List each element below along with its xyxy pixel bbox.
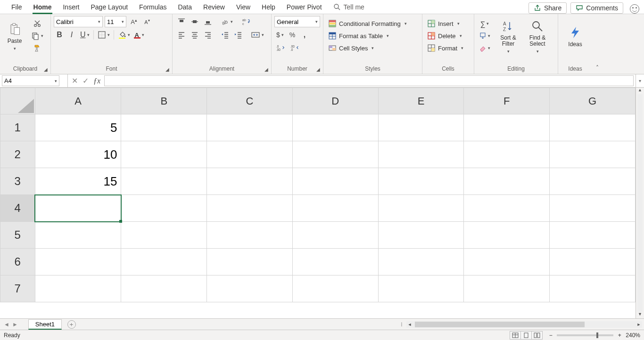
normal-view-button[interactable] xyxy=(510,331,521,340)
cell-E1[interactable] xyxy=(378,114,464,141)
tab-view[interactable]: View xyxy=(231,0,256,14)
align-left-button[interactable] xyxy=(175,29,188,40)
tab-page-layout[interactable]: Page Layout xyxy=(85,0,133,14)
cell-E7[interactable] xyxy=(378,275,464,302)
zoom-out-button[interactable]: − xyxy=(547,332,554,339)
insert-cells-button[interactable]: Insert▾ xyxy=(425,18,462,29)
cell-C3[interactable] xyxy=(207,168,293,195)
scroll-left-arrow-icon[interactable]: ◄ xyxy=(406,322,413,327)
new-sheet-button[interactable]: ＋ xyxy=(67,320,76,329)
merge-center-button[interactable]: ▾ xyxy=(249,29,266,40)
sheet-table[interactable]: A B C D E F G 15 210 315 4 5 6 7 xyxy=(0,88,636,302)
horizontal-scrollbar[interactable]: ◄ ► xyxy=(406,321,642,328)
cell-D1[interactable] xyxy=(292,114,378,141)
conditional-formatting-button[interactable]: Conditional Formatting▾ xyxy=(326,18,409,29)
cell-D6[interactable] xyxy=(292,249,378,275)
cell-B2[interactable] xyxy=(121,141,207,168)
cell-E5[interactable] xyxy=(378,222,464,249)
tell-me[interactable]: Tell me xyxy=(328,0,370,14)
sort-filter-button[interactable]: AZ Sort & Filter▾ xyxy=(495,16,521,57)
cell-F6[interactable] xyxy=(464,249,550,275)
italic-button[interactable]: I xyxy=(66,29,77,40)
cell-F2[interactable] xyxy=(464,141,550,168)
cell-A6[interactable] xyxy=(35,249,121,275)
cell-F7[interactable] xyxy=(464,275,550,302)
sheet-tab-sheet1[interactable]: Sheet1 xyxy=(28,319,62,330)
zoom-value[interactable]: 240% xyxy=(626,332,640,339)
col-header-C[interactable]: C xyxy=(207,88,293,114)
dialog-launcher-icon[interactable]: ◢ xyxy=(264,67,268,72)
cell-A7[interactable] xyxy=(35,275,121,302)
next-sheet-button[interactable]: ► xyxy=(12,321,18,328)
font-name-select[interactable]: Calibri▾ xyxy=(54,16,103,27)
cell-B5[interactable] xyxy=(121,222,207,249)
cell-F1[interactable] xyxy=(464,114,550,141)
paste-button[interactable]: Paste ▾ xyxy=(3,16,26,57)
copy-button[interactable]: ▾ xyxy=(29,30,45,41)
cell-G7[interactable] xyxy=(550,275,636,302)
col-header-E[interactable]: E xyxy=(378,88,464,114)
find-select-button[interactable]: Find & Select▾ xyxy=(524,16,551,57)
cell-F4[interactable] xyxy=(464,195,550,222)
percent-format-button[interactable]: % xyxy=(287,29,298,40)
cell-A2[interactable]: 10 xyxy=(35,141,121,168)
scroll-track[interactable] xyxy=(637,94,643,312)
page-break-view-button[interactable] xyxy=(531,331,543,340)
row-header-3[interactable]: 3 xyxy=(0,168,35,195)
increase-indent-button[interactable] xyxy=(232,29,244,40)
cell-C5[interactable] xyxy=(207,222,293,249)
decrease-font-button[interactable]: A▾ xyxy=(141,16,153,27)
prev-sheet-button[interactable]: ◄ xyxy=(4,321,9,328)
increase-decimal-button[interactable]: .0.00 xyxy=(274,42,288,54)
bold-button[interactable]: B xyxy=(54,29,65,40)
row-header-4[interactable]: 4 xyxy=(0,195,35,222)
cell-G5[interactable] xyxy=(550,222,636,249)
cell-G4[interactable] xyxy=(550,195,636,222)
fill-button[interactable]: ▾ xyxy=(477,30,492,41)
tab-file[interactable]: File xyxy=(6,0,28,14)
cell-A1[interactable]: 5 xyxy=(35,114,121,141)
col-header-A[interactable]: A xyxy=(35,88,121,114)
tab-help[interactable]: Help xyxy=(256,0,281,14)
tab-data[interactable]: Data xyxy=(172,0,198,14)
cell-F3[interactable] xyxy=(464,168,550,195)
formula-input[interactable] xyxy=(104,75,634,86)
cell-D4[interactable] xyxy=(292,195,378,222)
cell-B4[interactable] xyxy=(121,195,207,222)
page-layout-view-button[interactable] xyxy=(520,331,532,340)
align-right-button[interactable] xyxy=(202,29,214,40)
tab-review[interactable]: Review xyxy=(198,0,231,14)
cell-G3[interactable] xyxy=(550,168,636,195)
scroll-right-arrow-icon[interactable]: ► xyxy=(636,322,642,327)
align-middle-button[interactable] xyxy=(189,16,201,27)
cell-C2[interactable] xyxy=(207,141,293,168)
row-header-2[interactable]: 2 xyxy=(0,141,35,168)
cell-G2[interactable] xyxy=(550,141,636,168)
scroll-down-arrow-icon[interactable]: ▼ xyxy=(636,312,644,318)
cell-D7[interactable] xyxy=(292,275,378,302)
select-all-corner[interactable] xyxy=(0,88,35,114)
col-header-F[interactable]: F xyxy=(464,88,550,114)
format-cells-button[interactable]: Format▾ xyxy=(425,42,465,54)
cell-E4[interactable] xyxy=(378,195,464,222)
zoom-slider[interactable] xyxy=(557,334,613,336)
cell-A5[interactable] xyxy=(35,222,121,249)
comments-button[interactable]: Comments xyxy=(570,2,623,14)
cell-B3[interactable] xyxy=(121,168,207,195)
cell-G6[interactable] xyxy=(550,249,636,275)
cell-B7[interactable] xyxy=(121,275,207,302)
increase-font-button[interactable]: A▴ xyxy=(128,16,140,27)
autosum-button[interactable]: ∑▾ xyxy=(477,18,492,29)
format-painter-button[interactable] xyxy=(29,42,45,54)
clear-button[interactable]: ▾ xyxy=(477,42,492,54)
cell-B6[interactable] xyxy=(121,249,207,275)
borders-button[interactable]: ▾ xyxy=(96,29,112,40)
wrap-text-button[interactable]: abc xyxy=(239,16,253,27)
cancel-formula-button[interactable]: ✕ xyxy=(72,76,78,85)
tab-split-handle[interactable]: ⁞ xyxy=(401,321,403,328)
insert-function-button[interactable]: ƒx xyxy=(93,77,100,85)
delete-cells-button[interactable]: Delete▾ xyxy=(425,30,464,41)
scroll-thumb[interactable] xyxy=(415,322,585,327)
cell-G1[interactable] xyxy=(550,114,636,141)
enter-formula-button[interactable]: ✓ xyxy=(83,76,89,85)
